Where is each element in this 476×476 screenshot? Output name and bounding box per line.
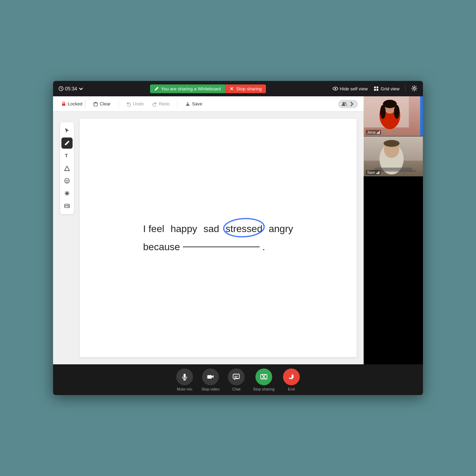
x-icon xyxy=(229,86,234,91)
whiteboard-section: Locked Clear Undo Redo xyxy=(53,96,364,364)
time-display: 05:34 xyxy=(59,86,83,91)
sharing-status-center: You are sharing a Whiteboard Stop sharin… xyxy=(83,84,333,93)
participants-area xyxy=(338,100,358,108)
stop-sharing-button[interactable]: Stop sharing xyxy=(253,369,275,391)
clear-button[interactable]: Clear xyxy=(91,100,113,108)
stop-video-icon-circle xyxy=(202,369,219,385)
svg-point-23 xyxy=(383,100,397,108)
end-icon-circle xyxy=(283,369,300,385)
svg-point-2 xyxy=(335,88,336,89)
svg-rect-8 xyxy=(62,104,65,106)
grid-icon xyxy=(373,86,379,91)
svg-point-15 xyxy=(68,180,68,181)
video-icon xyxy=(207,373,214,381)
svg-point-10 xyxy=(343,102,344,104)
end-call-button[interactable]: End xyxy=(283,369,300,391)
svg-point-13 xyxy=(65,178,69,183)
smiley-icon xyxy=(64,178,70,184)
triangle-icon xyxy=(64,165,70,171)
svg-point-25 xyxy=(394,105,400,119)
signal-bars xyxy=(377,131,380,134)
left-toolbar: T xyxy=(60,122,74,214)
chat-button[interactable]: Chat xyxy=(228,369,245,391)
chat-icon-circle xyxy=(228,369,245,385)
whiteboard-content: I feel happy sad stressed angry xyxy=(143,221,293,255)
chat-icon xyxy=(232,373,240,381)
bottom-bar: Mute mic Stop video Chat Stop sharing En xyxy=(53,364,423,395)
chevron-right-icon xyxy=(349,101,355,107)
asterisk-icon xyxy=(64,190,70,196)
clock-icon xyxy=(59,86,64,91)
screen-share-stop-icon xyxy=(260,373,268,381)
svg-point-11 xyxy=(344,102,346,104)
main-area: Locked Clear Undo Redo xyxy=(53,96,423,364)
video-panel: Jena xyxy=(364,96,423,364)
svg-point-30 xyxy=(384,140,400,147)
lock-icon xyxy=(61,102,66,106)
undo-button[interactable]: Undo xyxy=(124,100,146,108)
star-tool[interactable] xyxy=(61,188,73,199)
video-black-fill xyxy=(364,177,423,364)
svg-point-17 xyxy=(68,205,69,206)
stressed-word: stressed xyxy=(225,221,262,237)
video-tile-sam: Sam xyxy=(364,136,423,177)
blank-line xyxy=(183,247,260,247)
image-icon xyxy=(64,203,70,209)
whiteboard-toolbar: Locked Clear Undo Redo xyxy=(53,96,364,112)
svg-rect-5 xyxy=(374,89,376,91)
stop-video-button[interactable]: Stop video xyxy=(201,369,220,391)
svg-rect-34 xyxy=(207,375,212,379)
chevron-down-icon xyxy=(79,86,83,91)
sam-label: Sam xyxy=(366,170,381,175)
pen-icon xyxy=(64,140,70,146)
stop-sharing-top-button[interactable]: Stop sharing xyxy=(225,84,266,93)
sharing-badge: You are sharing a Whiteboard xyxy=(150,84,225,93)
select-tool[interactable] xyxy=(61,125,73,136)
whiteboard-canvas[interactable]: I feel happy sad stressed angry xyxy=(80,119,357,357)
svg-point-7 xyxy=(413,87,415,89)
line2: because . xyxy=(143,239,293,255)
redo-button[interactable]: Redo xyxy=(150,100,172,108)
app-window: 05:34 You are sharing a Whiteboard Stop … xyxy=(53,81,423,395)
top-bar: 05:34 You are sharing a Whiteboard Stop … xyxy=(53,81,423,96)
emoji-tool[interactable] xyxy=(61,175,73,186)
jena-label: Jena xyxy=(366,130,381,135)
stop-sharing-icon-circle xyxy=(255,369,272,385)
svg-rect-9 xyxy=(94,103,97,106)
participants-button[interactable] xyxy=(338,100,358,108)
svg-rect-6 xyxy=(377,89,378,91)
eye-icon xyxy=(333,86,338,91)
svg-rect-4 xyxy=(377,87,378,88)
svg-rect-33 xyxy=(184,374,186,378)
svg-rect-3 xyxy=(374,87,376,88)
locked-button[interactable]: Locked xyxy=(59,100,85,108)
image-tool[interactable] xyxy=(61,200,73,211)
people-icon xyxy=(342,101,347,107)
top-bar-right: Hide self view Grid view xyxy=(333,85,417,92)
separator2 xyxy=(177,101,178,107)
divider xyxy=(405,85,406,92)
gear-icon xyxy=(411,85,417,91)
save-button[interactable]: Save xyxy=(183,100,204,108)
separator xyxy=(118,101,119,107)
hide-self-view-button[interactable]: Hide self view xyxy=(333,86,368,91)
signal-bars-sam xyxy=(377,171,379,174)
pencil-icon xyxy=(154,86,159,91)
mute-mic-icon-circle xyxy=(176,369,193,385)
grid-view-button[interactable]: Grid view xyxy=(373,86,400,91)
text-tool[interactable]: T xyxy=(61,150,73,161)
settings-button[interactable] xyxy=(411,85,417,92)
cursor-icon xyxy=(64,127,70,134)
redo-icon xyxy=(152,102,157,106)
undo-icon xyxy=(126,102,131,106)
whiteboard-body: T xyxy=(53,112,364,364)
download-icon xyxy=(185,102,190,106)
line1: I feel happy sad stressed angry xyxy=(143,221,293,237)
svg-point-24 xyxy=(380,105,386,119)
pen-tool[interactable] xyxy=(61,137,73,149)
video-tile-jena: Jena xyxy=(364,96,423,136)
mute-mic-button[interactable]: Mute mic xyxy=(176,369,193,391)
svg-point-14 xyxy=(66,180,67,181)
text-icon: T xyxy=(64,153,70,159)
shape-tool[interactable] xyxy=(61,163,73,174)
